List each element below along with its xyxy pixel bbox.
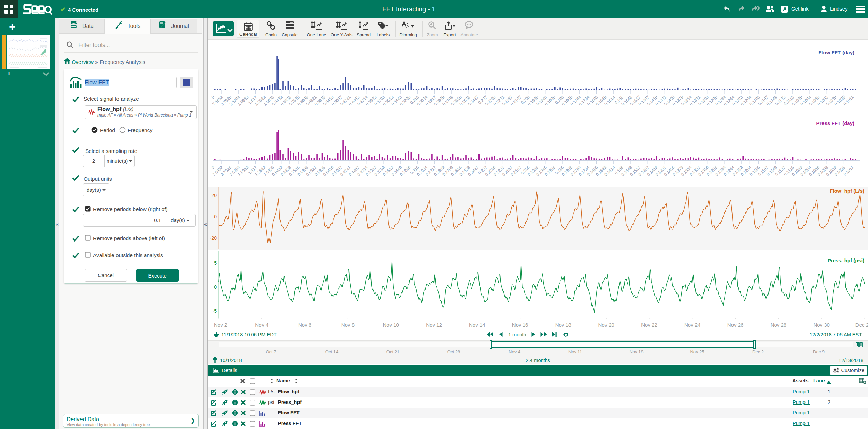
svg-text:Nov 26: Nov 26: [727, 322, 744, 328]
svg-text:Dec 2: Dec 2: [855, 322, 868, 328]
svg-text:Nov 30: Nov 30: [813, 322, 830, 328]
svg-text:5: 5: [214, 260, 217, 266]
svg-text:Flow FFT (day): Flow FFT (day): [818, 50, 854, 55]
svg-text:Nov 12: Nov 12: [426, 322, 442, 328]
svg-text:Press_hpf (psi): Press_hpf (psi): [828, 257, 864, 263]
svg-text:Nov 24: Nov 24: [684, 322, 701, 328]
svg-text:-5: -5: [213, 308, 217, 314]
svg-text:Nov 16: Nov 16: [512, 322, 528, 328]
svg-text:0: 0: [211, 95, 216, 100]
svg-text:Nov 14: Nov 14: [469, 322, 485, 328]
svg-text:Press FFT (day): Press FFT (day): [816, 120, 854, 126]
svg-text:Nov 4: Nov 4: [255, 322, 268, 328]
svg-text:0: 0: [214, 214, 217, 219]
svg-text:0: 0: [214, 284, 217, 290]
svg-text:Nov 20: Nov 20: [598, 322, 614, 328]
svg-text:20: 20: [211, 193, 217, 198]
svg-text:0: 0: [211, 165, 216, 170]
svg-text:Nov 18: Nov 18: [555, 322, 572, 328]
svg-text:Nov 28: Nov 28: [771, 322, 787, 328]
svg-text:-20: -20: [210, 235, 217, 241]
svg-text:Flow_hpf (L/s): Flow_hpf (L/s): [830, 188, 864, 194]
svg-text:Nov 10: Nov 10: [383, 322, 399, 328]
svg-text:Nov 8: Nov 8: [341, 322, 355, 328]
svg-text:Nov 6: Nov 6: [298, 322, 311, 328]
svg-text:Nov 2: Nov 2: [214, 322, 227, 328]
svg-text:Nov 22: Nov 22: [641, 322, 657, 328]
